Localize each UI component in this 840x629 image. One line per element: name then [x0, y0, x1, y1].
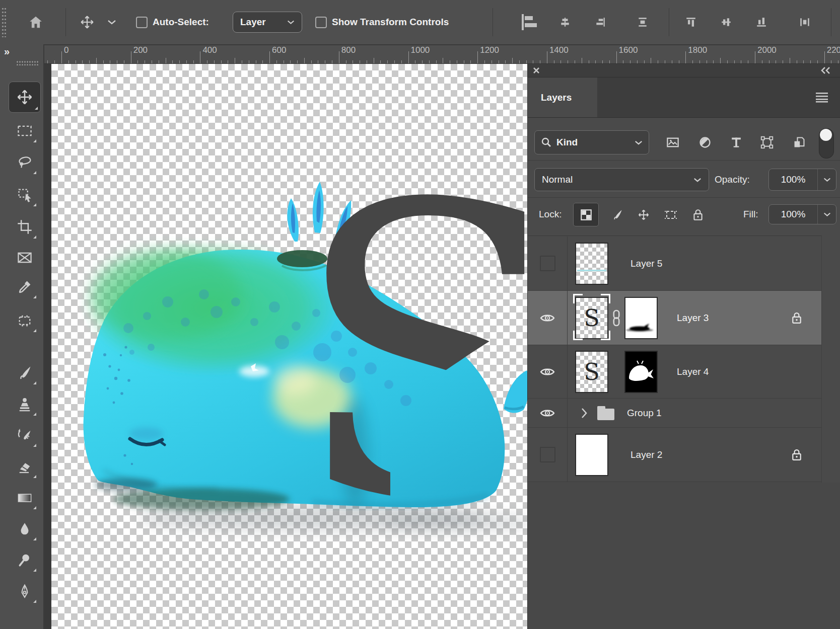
healing-brush-tool[interactable]: [11, 306, 39, 335]
gradient-tool[interactable]: [11, 484, 39, 512]
filter-pixel-layers-button[interactable]: [662, 131, 684, 153]
align-center-h-button[interactable]: [555, 0, 575, 44]
checkbox-icon: [136, 17, 148, 28]
lock-position-icon: [637, 208, 650, 221]
tools-panel: »: [0, 44, 44, 629]
visibility-toggle[interactable]: [528, 399, 568, 427]
opacity-input[interactable]: 100%: [768, 169, 836, 191]
panel-close-icon[interactable]: [533, 67, 540, 74]
align-right-button[interactable]: [590, 0, 610, 44]
auto-select-checkbox[interactable]: [135, 0, 148, 44]
align-middle-v-button[interactable]: [716, 0, 736, 44]
lock-artboard-button[interactable]: [660, 205, 682, 225]
ruler-tick: [200, 51, 200, 63]
eraser-tool[interactable]: [11, 452, 39, 481]
marquee-tool[interactable]: [11, 117, 39, 145]
blend-mode-dropdown[interactable]: Normal: [534, 168, 709, 191]
ruler-tick: [374, 58, 374, 63]
tools-grip-icon[interactable]: [16, 60, 39, 65]
fill-dropdown[interactable]: [817, 205, 836, 224]
ruler-tick: [797, 60, 797, 63]
history-brush-icon: [17, 427, 33, 443]
visibility-toggle[interactable]: [528, 237, 568, 290]
clone-stamp-tool[interactable]: [11, 390, 39, 418]
panel-grip-icon[interactable]: [2, 7, 6, 37]
pen-tool[interactable]: [11, 577, 39, 605]
layer-thumbnail[interactable]: [575, 434, 608, 476]
layer-row-layer2[interactable]: Layer 2: [528, 428, 821, 482]
crop-tool[interactable]: [11, 213, 39, 241]
ruler-tick: [595, 60, 596, 63]
layer-name[interactable]: Layer 2: [631, 449, 662, 460]
align-left-button[interactable]: [520, 0, 540, 44]
distribute-h-button[interactable]: [795, 0, 815, 44]
ruler-tick: [269, 51, 270, 63]
move-options-dropdown[interactable]: [103, 0, 121, 44]
object-selection-tool[interactable]: [11, 181, 39, 209]
visibility-toggle[interactable]: [528, 345, 568, 398]
layer-name[interactable]: Layer 5: [631, 258, 662, 269]
lock-all-button[interactable]: [688, 205, 708, 225]
filtering-toggle[interactable]: [819, 128, 834, 159]
layer-mask-thumbnail[interactable]: [624, 351, 658, 393]
layer-thumbnail[interactable]: [575, 243, 608, 285]
divider: [65, 8, 66, 36]
panel-collapse-icon[interactable]: [820, 66, 831, 74]
layer-row-layer3[interactable]: S Layer 3: [528, 291, 821, 345]
adjustment-layer-icon: [698, 136, 712, 149]
auto-select-label: Auto-Select:: [153, 0, 209, 44]
layer-row-layer5[interactable]: Layer 5: [528, 237, 821, 291]
ruler-label: 0: [64, 45, 68, 55]
visibility-toggle[interactable]: [528, 291, 568, 345]
move-tool[interactable]: [9, 82, 41, 113]
ruler-label: 1200: [480, 45, 499, 55]
distribute-v-button[interactable]: [633, 0, 653, 44]
visibility-toggle[interactable]: [528, 428, 568, 482]
ruler-tick: [89, 60, 90, 63]
lock-position-button[interactable]: [634, 205, 654, 225]
visibility-off-box: [540, 447, 555, 462]
show-transform-checkbox[interactable]: [314, 0, 327, 44]
layer-name[interactable]: Layer 3: [677, 312, 709, 324]
opacity-dropdown[interactable]: [817, 169, 836, 190]
dodge-tool[interactable]: [11, 546, 39, 574]
history-brush-tool[interactable]: [11, 421, 39, 449]
move-tool-options-button[interactable]: [76, 0, 99, 44]
fill-input[interactable]: 100%: [768, 204, 836, 224]
filter-adjustment-layers-button[interactable]: [694, 131, 716, 153]
layer-name[interactable]: Group 1: [627, 408, 662, 419]
ruler-tick: [276, 60, 277, 63]
filter-kind-dropdown[interactable]: Kind: [534, 130, 649, 154]
group-expand-chevron[interactable]: [581, 408, 588, 419]
filter-smart-objects-button[interactable]: [788, 131, 810, 153]
align-bottom-button[interactable]: [751, 0, 772, 44]
lock-image-button[interactable]: [607, 205, 627, 225]
horizontal-ruler[interactable]: 0200400600800100012001400160018002000220…: [44, 44, 840, 64]
panel-menu-icon[interactable]: [815, 92, 829, 103]
eyedropper-tool[interactable]: [11, 273, 39, 301]
marquee-icon: [17, 123, 33, 139]
lock-transparency-button[interactable]: [573, 203, 599, 226]
filter-shape-layers-button[interactable]: [756, 131, 778, 153]
auto-select-mode-dropdown[interactable]: Layer: [233, 0, 302, 44]
tab-layers[interactable]: Layers: [528, 77, 597, 117]
home-button[interactable]: [24, 0, 47, 44]
brush-tool[interactable]: [11, 359, 39, 387]
chevron-down-icon: [823, 177, 831, 182]
layer-row-layer4[interactable]: S Layer 4: [528, 345, 821, 399]
frame-tool[interactable]: [11, 244, 39, 272]
filter-type-layers-button[interactable]: [725, 131, 747, 153]
layer-thumbnail[interactable]: S: [575, 351, 608, 393]
ruler-tick: [568, 60, 568, 63]
lasso-tool[interactable]: [11, 148, 39, 177]
ruler-tick: [159, 60, 159, 63]
align-top-button[interactable]: [681, 0, 701, 44]
layer-row-group1[interactable]: Group 1: [528, 399, 821, 428]
tools-expander-button[interactable]: »: [4, 45, 21, 57]
mask-link-icon[interactable]: [611, 309, 622, 327]
layer-thumbnail[interactable]: S: [575, 297, 608, 339]
layer-name[interactable]: Layer 4: [677, 366, 709, 377]
layer-mask-thumbnail[interactable]: [624, 297, 658, 339]
blur-tool[interactable]: [11, 515, 39, 543]
ruler-tick: [692, 60, 693, 63]
